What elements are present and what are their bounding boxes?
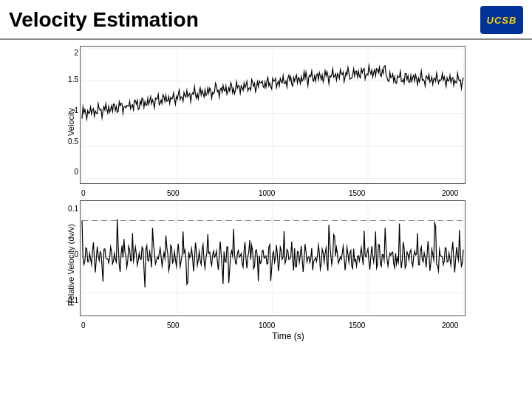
x-axis-label: Time (s) <box>272 331 304 341</box>
y-tick-2: 2 <box>74 49 78 57</box>
ucsb-logo: UCSB <box>480 6 523 34</box>
x-tick-1500a: 1500 <box>349 189 365 197</box>
page-title: Velocity Estimation <box>9 8 199 32</box>
y-tick-0: 0 <box>74 168 78 176</box>
x-tick-1000a: 1000 <box>259 189 275 197</box>
x-tick-2000b: 2000 <box>442 321 458 330</box>
charts-area: Velocity 2 1.5 1 0.5 0 0 500 1000 1500 2… <box>0 40 532 341</box>
y-tick-05: 0.5 <box>68 137 78 146</box>
y-tick-15: 1.5 <box>68 75 78 83</box>
x-tick-500a: 500 <box>167 189 180 197</box>
y-tick-neg01: -0.1 <box>66 296 78 304</box>
x-tick-0a: 0 <box>81 189 86 197</box>
y-tick-00: 0 <box>74 250 78 259</box>
relative-velocity-chart <box>80 200 466 316</box>
x-tick-1500b: 1500 <box>349 321 365 330</box>
x-tick-500b: 500 <box>167 321 180 330</box>
y-tick-1: 1 <box>74 106 78 115</box>
x-tick-2000a: 2000 <box>442 189 458 197</box>
x-tick-0b: 0 <box>81 321 86 330</box>
x-tick-1000b: 1000 <box>259 321 275 330</box>
velocity-chart-wrapper: Velocity 2 1.5 1 0.5 0 0 500 1000 1500 2… <box>66 46 466 197</box>
relative-velocity-chart-wrapper: Relative Velocity (dv/v) 0.1 0 -0.1 0 50… <box>66 200 466 330</box>
y-tick-01: 0.1 <box>68 205 78 213</box>
page-header: Velocity Estimation UCSB <box>0 0 532 40</box>
velocity-chart <box>80 46 466 184</box>
